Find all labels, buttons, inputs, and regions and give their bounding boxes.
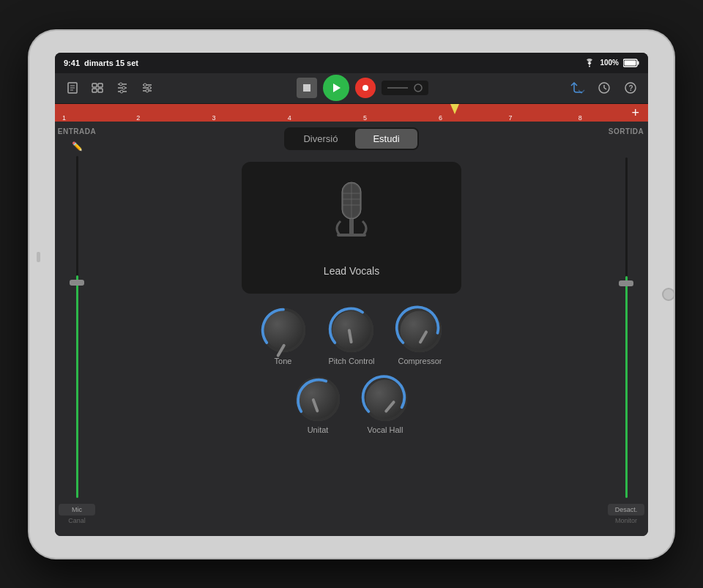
input-panel: ENTRADA ✏️ Mic Canal <box>55 122 99 536</box>
ruler-mark-1: 1 <box>62 114 66 122</box>
home-button[interactable] <box>662 288 675 301</box>
battery-icon <box>623 59 639 67</box>
knobs-row-1: Tone Pitch Control <box>261 308 442 365</box>
knobs-row-2: Unitat Vocal Hall <box>296 377 407 434</box>
instrument-name: Lead Vocals <box>324 265 379 277</box>
svg-marker-27 <box>333 83 341 92</box>
svg-rect-7 <box>92 83 97 87</box>
svg-rect-39 <box>337 234 366 237</box>
output-panel: SORTIDA Desact. Monitor <box>604 122 648 536</box>
monitor-button[interactable]: Desact. <box>608 504 644 516</box>
svg-rect-26 <box>303 84 310 92</box>
toolbar-left <box>62 78 157 98</box>
svg-point-15 <box>122 86 125 89</box>
loop-button[interactable] <box>568 78 588 98</box>
compressor-knob[interactable] <box>398 308 442 352</box>
status-bar: 9:41 dimarts 15 set 100% <box>55 53 648 73</box>
ruler-mark-7: 7 <box>508 114 512 122</box>
svg-line-33 <box>604 88 606 89</box>
wifi-icon <box>584 59 595 67</box>
svg-rect-2 <box>625 60 636 65</box>
center-panel: Diversió Estudi <box>99 122 604 536</box>
vocal-hall-knob-container: Vocal Hall <box>363 377 407 434</box>
mode-diversio[interactable]: Diversió <box>286 129 355 149</box>
tempo-display <box>382 81 428 95</box>
input-fader-handle[interactable] <box>70 280 84 286</box>
input-label: ENTRADA <box>58 127 96 135</box>
input-fader-track[interactable] <box>76 156 78 498</box>
pencil-icon: ✏️ <box>72 141 83 152</box>
svg-point-19 <box>144 83 146 86</box>
pitch-arc <box>327 305 376 355</box>
output-label: SORTIDA <box>609 127 644 135</box>
screen: 9:41 dimarts 15 set 100% <box>55 53 648 536</box>
tone-label: Tone <box>275 357 292 365</box>
output-fader-track[interactable] <box>625 157 628 498</box>
svg-point-47 <box>297 378 339 420</box>
eq-button[interactable] <box>137 78 157 98</box>
status-time: 9:41 <box>64 59 80 67</box>
compressor-label: Compressor <box>398 357 442 365</box>
output-bottom: Desact. Monitor <box>605 498 647 530</box>
ruler-mark-8: 8 <box>579 114 582 122</box>
toolbar: ? <box>55 73 648 104</box>
svg-point-25 <box>146 89 149 92</box>
ipad-frame: 9:41 dimarts 15 set 100% <box>29 31 674 558</box>
vocal-hall-label: Vocal Hall <box>368 425 403 434</box>
input-fader-fill <box>76 275 78 498</box>
pitch-control-knob[interactable] <box>330 308 373 352</box>
vocal-hall-knob[interactable] <box>363 377 407 421</box>
microphone-graphic <box>326 179 377 259</box>
compressor-arc <box>395 305 445 355</box>
unitat-knob[interactable] <box>296 377 340 421</box>
status-left: 9:41 dimarts 15 set <box>64 59 138 67</box>
clock-button[interactable] <box>594 78 614 98</box>
add-track-button[interactable]: + <box>631 105 639 120</box>
svg-rect-10 <box>98 89 103 92</box>
svg-point-22 <box>148 86 151 89</box>
svg-point-28 <box>362 85 368 91</box>
svg-rect-8 <box>98 83 103 87</box>
ruler-marks: 1 2 3 4 5 6 7 8 + <box>61 104 642 122</box>
svg-point-14 <box>119 83 122 86</box>
svg-point-30 <box>414 84 422 92</box>
input-fader-container <box>55 156 99 498</box>
mic-channel-button[interactable]: Mic <box>59 504 95 516</box>
unitat-arc <box>293 374 343 424</box>
pitch-control-knob-container: Pitch Control <box>329 308 375 365</box>
mode-estudi[interactable]: Estudi <box>355 129 417 149</box>
canal-label: Canal <box>68 517 86 524</box>
toolbar-center <box>163 75 562 101</box>
svg-rect-38 <box>349 219 354 234</box>
svg-text:?: ? <box>629 84 633 92</box>
ruler-mark-4: 4 <box>288 114 291 122</box>
stop-button[interactable] <box>297 78 317 98</box>
output-fader-handle[interactable] <box>619 280 633 286</box>
monitor-label: Monitor <box>615 517 637 524</box>
mixer-button[interactable] <box>112 78 133 98</box>
ruler-mark-6: 6 <box>439 114 442 122</box>
tracks-view-button[interactable] <box>87 78 108 98</box>
output-fader-container <box>604 157 648 498</box>
ruler-mark-2: 2 <box>136 114 140 122</box>
vocal-hall-arc <box>360 374 410 424</box>
timeline-ruler[interactable]: 1 2 3 4 5 6 7 8 + <box>55 104 648 122</box>
ruler-mark-5: 5 <box>363 114 367 122</box>
help-button[interactable]: ? <box>620 78 641 98</box>
new-song-button[interactable] <box>62 78 83 98</box>
instrument-display: Lead Vocals <box>242 162 461 294</box>
record-button[interactable] <box>355 78 376 98</box>
svg-point-16 <box>120 90 123 93</box>
input-bottom: Mic Canal <box>56 498 98 530</box>
status-date: dimarts 15 set <box>84 59 138 67</box>
playhead <box>450 104 459 114</box>
battery-text: 100% <box>600 59 619 67</box>
side-button[interactable] <box>37 252 40 262</box>
svg-rect-1 <box>638 61 639 64</box>
status-right: 100% <box>584 59 639 67</box>
pitch-control-label: Pitch Control <box>329 357 375 365</box>
tone-knob[interactable] <box>261 308 305 352</box>
compressor-knob-container: Compressor <box>398 308 442 365</box>
unitat-label: Unitat <box>308 425 329 434</box>
play-button[interactable] <box>323 75 349 101</box>
